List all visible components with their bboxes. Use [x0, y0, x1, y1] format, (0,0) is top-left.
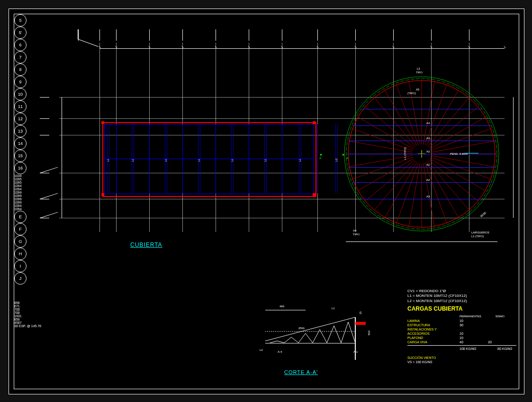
circle-beam — [348, 141, 495, 141]
grid-bubble-11: 11 — [14, 100, 27, 113]
svg-line-32 — [426, 89, 459, 146]
sec-d3: 15 — [359, 312, 362, 315]
grid-bubble-5': 5' — [14, 27, 27, 39]
leader — [40, 167, 58, 173]
svg-line-25 — [374, 97, 415, 147]
note-cv1: CV1 = REDONDO 1"Ø — [407, 289, 516, 294]
leader — [40, 135, 49, 135]
wind-val: VS = 160 KG/M2 — [407, 360, 516, 364]
svg-line-52 — [334, 326, 341, 343]
grid-leader — [469, 29, 469, 41]
notes-block: CV1 = REDONDO 1"ØL1 = MONTEN 10MT12 (CF1… — [407, 289, 516, 364]
svg-line-33 — [428, 97, 469, 147]
svg-line-14 — [385, 162, 417, 218]
grid-leader — [431, 29, 432, 41]
sec-a2: ▸ — [343, 152, 345, 157]
tick — [468, 46, 470, 48]
beam-label: A4 — [426, 122, 430, 125]
leader — [40, 199, 49, 199]
svg-line-44 — [277, 341, 284, 343]
grid-bubble-12: 12 — [14, 113, 27, 125]
cargas-heading: CARGAS CUBIERTA — [407, 305, 516, 313]
svg-line-3 — [431, 155, 495, 167]
svg-line-43 — [270, 341, 277, 343]
grid-bubble-5: 5 — [14, 14, 27, 27]
load-row: LAMINA10 — [407, 319, 516, 323]
svg-line-23 — [357, 117, 414, 150]
tick — [181, 46, 183, 48]
post — [101, 193, 104, 196]
grid-bubble-6: 6 — [14, 39, 27, 51]
leader — [40, 97, 49, 98]
grid-bubble-G: G — [14, 235, 27, 248]
svg-line-41 — [265, 317, 355, 341]
grid-bubble-10: 10 — [14, 88, 27, 100]
section-title: CORTE A-A' — [284, 369, 318, 375]
grid-leader — [249, 29, 249, 41]
grid-bubble-15: 15 — [14, 150, 27, 162]
tick — [115, 46, 117, 48]
svg-line-48 — [306, 333, 313, 343]
leader — [78, 39, 99, 47]
svg-line-12 — [409, 163, 420, 227]
svg-line-26 — [385, 89, 417, 146]
note-l1: L1 = MONTEN 10MT12 (CF10X12) — [407, 294, 516, 298]
svg-line-53 — [341, 322, 348, 343]
grid-bubble-E: E — [14, 211, 27, 223]
grid-bubble-F: F — [14, 223, 27, 235]
leader — [40, 218, 49, 218]
sec-l1: L1 — [332, 307, 335, 310]
grid-bubble-I: I — [14, 260, 27, 272]
svg-line-37 — [431, 141, 495, 152]
grid-bubble-16: 16 — [14, 162, 27, 174]
grid-vline — [99, 43, 100, 232]
svg-line-51 — [327, 326, 334, 343]
svg-line-18 — [352, 157, 413, 179]
ap-lbl: A' — [346, 157, 349, 160]
sec-a1l: A-1 — [353, 350, 358, 353]
l2-label: L2 — [335, 159, 338, 162]
leader — [78, 29, 78, 39]
beam-label: A3 — [426, 195, 430, 198]
svg-line-54 — [348, 322, 355, 343]
beam — [317, 124, 318, 193]
post — [101, 121, 104, 124]
svg-line-47 — [298, 333, 306, 343]
grid-leader — [116, 29, 117, 41]
grid-leader — [182, 29, 183, 41]
circle-beam — [361, 109, 482, 109]
circle-dim — [346, 241, 497, 242]
tick — [316, 46, 318, 48]
wind-note: SUCCIÓN VIENTO — [407, 356, 516, 360]
note-l2: L2 = MONTEN 10MT12 (CF10X12) — [407, 299, 516, 304]
leader — [40, 173, 49, 173]
tick — [148, 46, 150, 48]
circle-beam — [347, 154, 496, 154]
a4tipo: TIPO — [353, 233, 360, 236]
dim-line-left — [62, 97, 62, 218]
grid-bubble-8: 8 — [14, 63, 27, 76]
grid-leader — [355, 29, 356, 41]
svg-line-46 — [291, 337, 298, 343]
beam-label: A3 — [426, 137, 430, 140]
a5t: (TIPO) — [407, 92, 416, 95]
svg-line-35 — [430, 117, 486, 150]
a-lbl: A — [319, 157, 321, 160]
svg-line-6 — [429, 160, 478, 202]
grid-bubble-H: H — [14, 248, 27, 260]
leader — [40, 118, 49, 119]
a4-lbl: A4 — [353, 229, 356, 232]
svg-line-19 — [348, 155, 412, 167]
grid-leader — [216, 29, 216, 41]
load-row: ACCESORIOS10 — [407, 331, 516, 336]
sec-a1: ▸ — [320, 152, 323, 157]
sec-d1: 490 — [280, 305, 284, 308]
svg-line-9 — [425, 163, 447, 224]
tick — [430, 46, 432, 48]
svg-line-16 — [365, 160, 415, 202]
circle-beam — [352, 182, 490, 183]
load-row: CARGA VIVA4020 — [407, 340, 516, 344]
svg-line-45 — [284, 337, 291, 343]
sec-d4: 502 — [368, 331, 370, 335]
ridge — [104, 159, 313, 159]
